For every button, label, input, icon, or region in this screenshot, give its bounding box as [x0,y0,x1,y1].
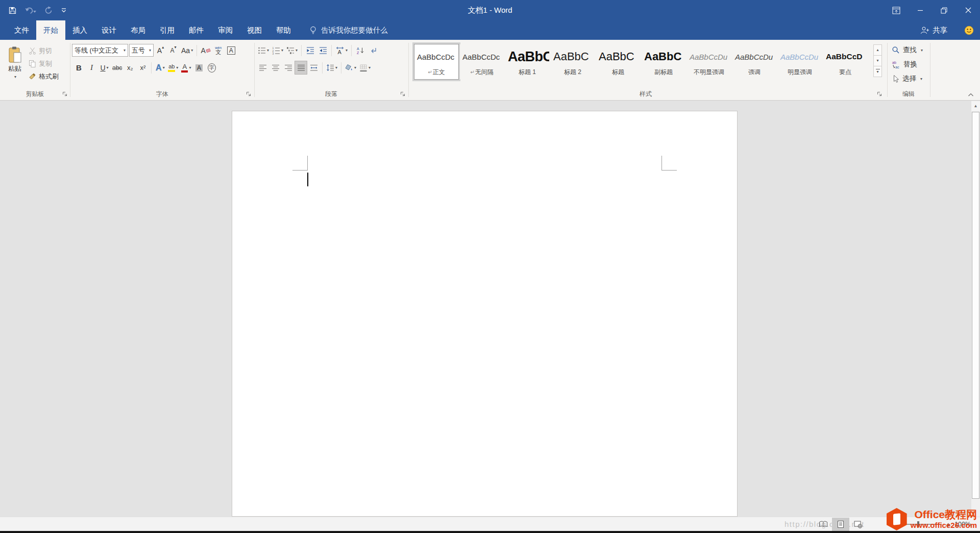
italic-button[interactable]: I [86,61,97,74]
collapse-ribbon-button[interactable] [968,92,974,97]
document-page[interactable] [232,111,738,517]
style-card-subtitle[interactable]: AaBbC 副标题 [642,44,685,79]
down-caret-icon: ▾ [175,45,177,50]
shrink-font-button[interactable]: A▾ [167,44,179,57]
style-card-normal[interactable]: AaBbCcDc ↵正文 [414,44,458,79]
bold-button[interactable]: B [73,61,85,74]
character-scaling-button[interactable]: A ▾ [334,44,349,57]
find-button[interactable]: 查找 ▾ [892,43,923,57]
styles-dialog-launcher[interactable] [876,90,883,98]
minimize-button[interactable] [908,0,932,20]
decrease-indent-button[interactable] [304,44,316,57]
tell-me-box[interactable]: 告诉我你想要做什么 [309,20,388,40]
style-card-strong[interactable]: AaBbCcD 要点 [823,44,867,79]
ribbon: 粘贴 ▾ 剪切 复制 [0,40,980,101]
align-right-button[interactable] [282,61,294,74]
tab-home[interactable]: 开始 [36,20,65,40]
clipboard-dialog-launcher[interactable] [61,90,68,98]
font-dialog-launcher[interactable] [245,90,252,98]
scroll-up-button[interactable]: ▲ [971,101,980,111]
brand-url: www.office26.com [911,521,977,529]
tab-insert[interactable]: 插入 [65,20,94,40]
style-card-title[interactable]: AaBbC 标题 [596,44,640,79]
scrollbar-thumb[interactable] [972,112,979,499]
underline-button[interactable]: U▾ [99,61,110,74]
group-separator [254,43,255,97]
tab-mailings[interactable]: 邮件 [182,20,211,40]
sort-button[interactable]: AZ [354,44,366,57]
show-hide-marks-button[interactable] [367,44,379,57]
line-spacing-button[interactable]: ▾ [325,61,338,74]
style-card-heading1[interactable]: AaBbCc 标题 1 [505,44,549,79]
phonetic-guide-button[interactable]: wén 文 [212,44,224,57]
select-button[interactable]: 选择 ▾ [892,71,923,86]
tab-design[interactable]: 设计 [94,20,124,40]
character-border-button[interactable]: A [225,44,237,57]
logo-door [893,513,900,525]
cut-button[interactable]: 剪切 [29,44,59,57]
multilevel-list-button[interactable]: ▾ [285,44,299,57]
gallery-scroll-down-button[interactable]: ▾ [873,55,882,66]
superscript-button[interactable]: x² [137,61,149,74]
style-card-heading2[interactable]: AaBbC 标题 2 [551,44,595,79]
font-name-combo[interactable]: 等线 (中文正文 ▾ [72,44,128,57]
web-layout-button[interactable] [849,518,867,531]
gallery-more-button[interactable]: ▾ [873,66,882,77]
bullets-button[interactable]: ▾ [257,44,270,57]
distribute-button[interactable] [308,61,320,74]
tab-help[interactable]: 帮助 [269,20,298,40]
paragraph-dialog-launcher[interactable] [399,90,406,98]
style-name-text: 副标题 [654,68,673,76]
style-card-no-spacing[interactable]: AaBbCcDc ↵无间隔 [460,44,504,79]
style-name: 不明显强调 [687,68,731,79]
tab-file[interactable]: 文件 [7,20,36,40]
paste-button[interactable]: 粘贴 ▾ [3,44,27,95]
svg-text:A: A [357,47,359,51]
brand-watermark: Office教程网 www.office26.com [887,508,977,530]
vertical-scrollbar[interactable]: ▲ [971,101,980,517]
character-shading-button[interactable]: A [193,61,205,74]
tab-view[interactable]: 视图 [240,20,269,40]
style-card-emphasis[interactable]: AaBbCcDu 强调 [732,44,776,79]
feedback-button[interactable] [964,20,974,40]
borders-button[interactable]: ▾ [358,61,372,74]
tab-references[interactable]: 引用 [153,20,182,40]
font-size-combo[interactable]: 五号 ▾ [129,44,154,57]
copy-button[interactable]: 复制 [29,57,59,70]
format-painter-button[interactable]: 格式刷 [29,70,59,83]
subscript-button[interactable]: x₂ [124,61,136,74]
change-case-button[interactable]: Aa▾ [180,44,194,57]
restore-button[interactable] [932,0,956,20]
justify-button[interactable] [295,61,307,74]
highlight-color-button[interactable]: ab ▾ [167,61,179,74]
shading-button[interactable]: ▾ [344,61,357,74]
gallery-scroll-up-button[interactable]: ▴ [873,44,882,56]
clear-formatting-button[interactable]: A [200,44,211,57]
strikethrough-button[interactable]: abc [111,61,123,74]
close-button[interactable] [956,0,980,20]
paragraph-group-label: 段落 [254,90,408,99]
style-name-text: 正文 [433,68,445,76]
font-color-button[interactable]: A ▾ [180,61,192,74]
style-card-subtle-emphasis[interactable]: AaBbCcDu 不明显强调 [687,44,731,79]
divider [351,45,352,56]
tab-review[interactable]: 审阅 [211,20,240,40]
paragraph-row-1: ▾ 123 ▾ ▾ [257,44,379,57]
numbering-button[interactable]: 123 ▾ [271,44,284,57]
read-mode-button[interactable] [815,518,832,531]
editing-group-label: 编辑 [887,90,930,99]
print-layout-button[interactable] [832,518,849,531]
ribbon-display-options-button[interactable] [884,0,908,20]
paragraph-row-2: ▾ ▾ ▾ [257,61,372,74]
align-center-button[interactable] [270,61,281,74]
share-label: 共享 [933,26,947,35]
text-effects-button[interactable]: A▾ [154,61,166,74]
align-left-button[interactable] [257,61,268,74]
replace-button[interactable]: ab ac 替换 [892,57,923,71]
share-button[interactable]: 共享 [920,20,947,40]
tab-layout[interactable]: 布局 [124,20,153,40]
style-card-intense-emphasis[interactable]: AaBbCcDu 明显强调 [778,44,822,79]
increase-indent-button[interactable] [317,44,329,57]
grow-font-button[interactable]: A▴ [155,44,166,57]
enclose-characters-button[interactable]: 字 [206,61,217,74]
